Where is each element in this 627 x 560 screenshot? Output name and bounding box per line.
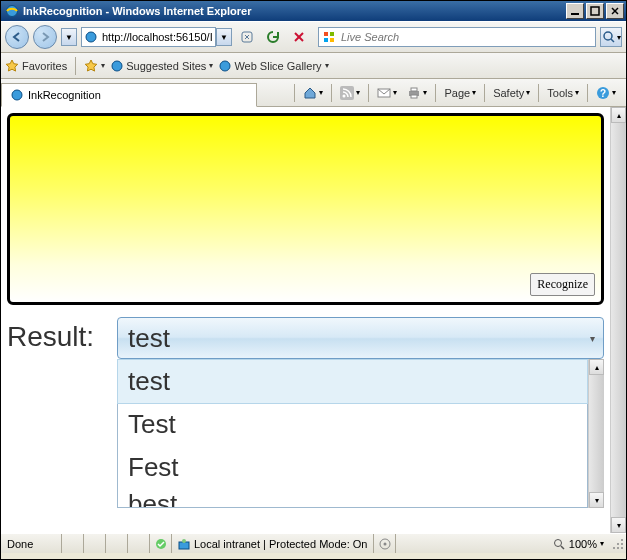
- scroll-up-button[interactable]: ▴: [589, 359, 604, 375]
- back-button[interactable]: [5, 25, 29, 49]
- rss-icon: [340, 86, 354, 100]
- window-titlebar: InkRecognition - Windows Internet Explor…: [1, 1, 626, 21]
- feeds-button[interactable]: ▾: [336, 84, 364, 102]
- svg-point-34: [617, 543, 619, 545]
- recognize-button[interactable]: Recognize: [530, 273, 595, 296]
- add-favorite-button[interactable]: ▾: [84, 59, 105, 73]
- forward-button[interactable]: [33, 25, 57, 49]
- suggested-sites-link[interactable]: Suggested Sites ▾: [111, 60, 213, 72]
- search-input[interactable]: [339, 31, 595, 43]
- svg-point-5: [86, 32, 96, 42]
- scroll-thumb[interactable]: [611, 123, 626, 517]
- favorites-label: Favorites: [22, 60, 67, 72]
- star-icon: [5, 59, 19, 73]
- home-button[interactable]: ▾: [299, 84, 327, 102]
- compat-view-button[interactable]: [236, 27, 258, 47]
- help-icon: ?: [596, 86, 610, 100]
- ie-icon: [5, 4, 19, 18]
- zoom-value: 100%: [569, 538, 597, 550]
- svg-point-30: [383, 542, 386, 545]
- svg-line-14: [611, 39, 614, 42]
- dropdown-scrollbar[interactable]: ▴ ▾: [588, 359, 604, 508]
- svg-line-32: [561, 546, 564, 549]
- zoom-icon: [553, 538, 565, 550]
- svg-point-17: [12, 90, 22, 100]
- separator: [75, 57, 76, 75]
- scroll-thumb[interactable]: [589, 375, 604, 492]
- zone-config-button[interactable]: [373, 534, 395, 553]
- result-dropdown-list: test Test Fest best: [117, 359, 588, 508]
- nav-history-dropdown[interactable]: ▼: [61, 28, 77, 46]
- resize-grip[interactable]: [610, 536, 626, 552]
- status-cell: [61, 534, 83, 553]
- combo-option[interactable]: test: [117, 359, 588, 404]
- scroll-down-button[interactable]: ▾: [611, 517, 626, 533]
- safety-menu[interactable]: Safety▾: [489, 85, 534, 101]
- safety-label: Safety: [493, 87, 524, 99]
- page-menu[interactable]: Page▾: [440, 85, 480, 101]
- svg-rect-2: [591, 7, 599, 15]
- ie-icon: [111, 60, 123, 72]
- svg-rect-1: [571, 13, 579, 15]
- address-bar[interactable]: [81, 27, 216, 47]
- svg-point-19: [343, 94, 346, 97]
- tab-title: InkRecognition: [28, 89, 101, 101]
- stop-button[interactable]: [288, 27, 310, 47]
- svg-rect-22: [411, 88, 417, 91]
- ink-canvas[interactable]: Recognize: [7, 113, 604, 305]
- favorites-button[interactable]: Favorites: [5, 59, 67, 73]
- svg-point-38: [621, 547, 623, 549]
- page-scrollbar[interactable]: ▴ ▾: [610, 107, 626, 533]
- address-dropdown[interactable]: ▼: [216, 28, 232, 46]
- combo-option[interactable]: best: [118, 489, 587, 507]
- web-slice-label: Web Slice Gallery: [234, 60, 321, 72]
- ie-icon: [10, 88, 24, 102]
- zoom-control[interactable]: 100% ▾: [395, 534, 610, 553]
- scroll-down-button[interactable]: ▾: [589, 492, 604, 508]
- ie-icon: [219, 60, 231, 72]
- svg-point-36: [613, 547, 615, 549]
- refresh-button[interactable]: [262, 27, 284, 47]
- svg-rect-23: [411, 95, 417, 98]
- maximize-button[interactable]: [586, 3, 604, 19]
- svg-rect-10: [330, 32, 334, 36]
- status-bar: Done Local intranet | Protected Mode: On…: [1, 533, 626, 553]
- result-combobox[interactable]: test ▾: [117, 317, 604, 359]
- close-button[interactable]: [606, 3, 624, 19]
- help-button[interactable]: ?▾: [592, 84, 620, 102]
- svg-point-13: [604, 32, 612, 40]
- combo-option[interactable]: Test: [118, 403, 587, 446]
- svg-point-35: [621, 543, 623, 545]
- tools-label: Tools: [547, 87, 573, 99]
- svg-rect-11: [324, 38, 328, 42]
- status-zone[interactable]: Local intranet | Protected Mode: On: [171, 534, 373, 553]
- mail-button[interactable]: ▾: [373, 85, 401, 101]
- zone-icon: [178, 538, 190, 550]
- print-button[interactable]: ▾: [403, 84, 431, 102]
- address-input[interactable]: [100, 31, 215, 43]
- content-area: Recognize Result: test ▾ test Test Fest …: [1, 107, 626, 533]
- home-icon: [303, 86, 317, 100]
- svg-rect-12: [330, 38, 334, 42]
- mail-icon: [377, 87, 391, 99]
- page-icon: [82, 30, 100, 44]
- browser-tab[interactable]: InkRecognition: [1, 83, 257, 107]
- window-title: InkRecognition - Windows Internet Explor…: [23, 5, 566, 17]
- tools-menu[interactable]: Tools▾: [543, 85, 583, 101]
- star-add-icon: [84, 59, 98, 73]
- web-slice-link[interactable]: Web Slice Gallery ▾: [219, 60, 328, 72]
- page-label: Page: [444, 87, 470, 99]
- scroll-up-button[interactable]: ▴: [611, 107, 626, 123]
- search-go-button[interactable]: ▾: [600, 27, 622, 47]
- combo-option[interactable]: Fest: [118, 446, 587, 489]
- svg-rect-27: [179, 542, 189, 549]
- popup-blocker-icon[interactable]: [149, 534, 171, 553]
- chevron-down-icon: ▾: [325, 61, 329, 70]
- suggested-sites-label: Suggested Sites: [126, 60, 206, 72]
- minimize-button[interactable]: [566, 3, 584, 19]
- search-bar[interactable]: [318, 27, 596, 47]
- chevron-down-icon: ▾: [617, 33, 621, 42]
- svg-point-15: [112, 61, 122, 71]
- result-selected-value: test: [128, 323, 170, 354]
- status-text: Done: [1, 534, 61, 553]
